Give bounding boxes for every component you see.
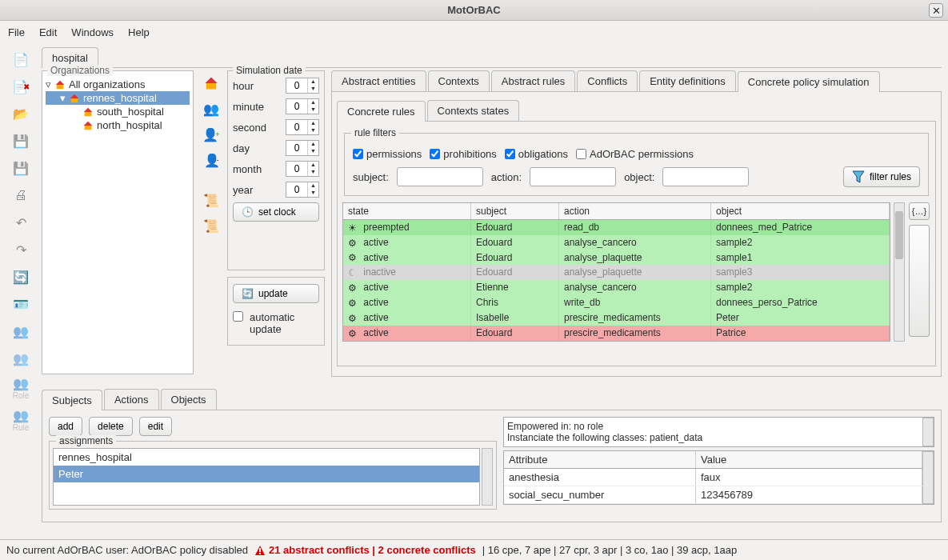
object-filter-input[interactable] — [662, 167, 749, 186]
col-subject[interactable]: subject — [471, 203, 559, 219]
hour-label: hour — [233, 80, 254, 92]
subject-filter-input[interactable] — [397, 167, 483, 186]
update-button[interactable]: 🔄update — [233, 284, 319, 303]
users-tool-icon[interactable]: 👥 — [202, 99, 221, 118]
rule-group-icon[interactable]: 👥Rule — [13, 408, 30, 432]
rules-query-button[interactable] — [909, 225, 930, 337]
undo-icon[interactable]: ↶ — [11, 213, 30, 232]
svg-marker-8 — [206, 78, 218, 84]
tree-item-south-hospital[interactable]: south_hospital — [46, 105, 190, 118]
open-folder-icon[interactable]: 📂 — [11, 104, 30, 123]
month-label: month — [233, 163, 262, 175]
menu-file[interactable]: File — [8, 26, 25, 38]
tree-root-all-organizations[interactable]: ▿ All organizations — [46, 78, 190, 91]
svg-rect-9 — [206, 83, 217, 90]
svg-marker-2 — [70, 94, 79, 98]
info-scrollbar[interactable] — [922, 418, 934, 446]
role-group-icon[interactable]: 👥Role — [13, 376, 30, 400]
error-file-icon[interactable]: 📄✖ — [11, 77, 30, 96]
menu-edit[interactable]: Edit — [39, 26, 57, 38]
table-row[interactable]: anesthesia faux — [504, 469, 922, 486]
tab-objects[interactable]: Objects — [161, 389, 217, 410]
month-spinner[interactable]: ▲▼ — [286, 161, 319, 177]
hour-spinner[interactable]: ▲▼ — [286, 78, 319, 94]
table-row[interactable]: ☾ inactiveEdouardanalyse_plaquettesample… — [343, 265, 890, 280]
bottom-panel: Subjects Actions Objects add delete edit… — [42, 389, 942, 525]
redo-icon[interactable]: ↷ — [11, 240, 30, 259]
menu-help[interactable]: Help — [128, 26, 150, 38]
list-item[interactable]: rennes_hospital — [54, 449, 479, 466]
print-icon[interactable]: 🖨 — [11, 186, 30, 205]
users-grey-icon[interactable]: 👥 — [11, 349, 30, 368]
assignments-scrollbar[interactable] — [482, 448, 493, 506]
tab-abstract-rules[interactable]: Abstract rules — [491, 70, 575, 91]
scroll-tool-1-icon[interactable]: 📜 — [202, 190, 221, 210]
window-close-button[interactable]: ✕ — [929, 3, 943, 18]
set-clock-button[interactable]: 🕒set clock — [233, 202, 319, 222]
delete-button[interactable]: delete — [89, 417, 133, 436]
col-attribute[interactable]: Attribute — [504, 451, 696, 468]
moon-icon: ☾ — [348, 267, 359, 278]
tab-concrete-rules[interactable]: Concrete rules — [337, 101, 426, 122]
add-button[interactable]: add — [49, 417, 82, 436]
col-state[interactable]: state — [343, 203, 471, 219]
users-icon[interactable]: 👥 — [11, 322, 30, 341]
tab-contexts-states[interactable]: Contexts states — [427, 100, 520, 121]
tab-subjects[interactable]: Subjects — [42, 390, 102, 410]
assignments-list[interactable]: rennes_hospital Peter — [53, 448, 480, 506]
tab-entity-definitions[interactable]: Entity definitions — [639, 70, 736, 91]
prohibitions-checkbox[interactable]: prohibitions — [430, 148, 497, 160]
house-icon — [82, 120, 94, 131]
permissions-checkbox[interactable]: permissions — [353, 148, 422, 160]
col-value[interactable]: Value — [696, 451, 922, 468]
scroll-tool-2-icon[interactable]: 📜 — [202, 216, 221, 235]
year-spinner[interactable]: ▲▼ — [286, 182, 319, 198]
minute-spinner[interactable]: ▲▼ — [286, 98, 319, 114]
house-tool-icon[interactable] — [202, 74, 221, 93]
simulation-date-panel: Simulation date hour▲▼ minute▲▼ second▲▼… — [227, 70, 325, 270]
table-row[interactable]: ☀ preemptedEdouardread_dbdonnees_med_Pat… — [343, 220, 890, 235]
tab-actions[interactable]: Actions — [104, 389, 159, 410]
save-as-icon[interactable]: 💾 — [11, 158, 30, 178]
day-spinner[interactable]: ▲▼ — [286, 140, 319, 156]
table-row[interactable]: ⚙ activeEdouardanalyse_cancerosample2 — [343, 235, 890, 250]
table-row[interactable]: ⚙ activeEtienneanalyse_cancerosample2 — [343, 280, 890, 295]
list-item[interactable]: Peter — [54, 466, 479, 482]
col-object[interactable]: object — [711, 203, 890, 219]
menu-windows[interactable]: Windows — [71, 26, 114, 38]
warning-icon — [254, 545, 266, 556]
action-filter-input[interactable] — [530, 167, 616, 186]
obligations-checkbox[interactable]: obligations — [505, 148, 568, 160]
tree-item-rennes-hospital[interactable]: ▾ rennes_hospital — [46, 91, 190, 105]
tab-abstract-entities[interactable]: Abstract entities — [331, 70, 426, 91]
refresh-icon[interactable]: 🔄 — [11, 267, 30, 286]
col-action[interactable]: action — [559, 203, 711, 219]
tab-conflicts[interactable]: Conflicts — [577, 70, 638, 91]
second-spinner[interactable]: ▲▼ — [286, 119, 319, 135]
tab-contexts[interactable]: Contexts — [428, 70, 490, 91]
filter-rules-button[interactable]: filter rules — [843, 166, 920, 187]
gear-icon: ⚙ — [348, 313, 359, 324]
user-add-tool-icon[interactable]: 👤+ — [202, 125, 221, 144]
table-row[interactable]: ⚙ activeEdouardanalyse_plaquettesample1 — [343, 250, 890, 266]
table-row[interactable]: ⚙ activeChriswrite_dbdonnees_perso_Patri… — [343, 295, 890, 310]
table-row[interactable]: ⚙ activeIsabelleprescire_medicamentsPete… — [343, 310, 890, 326]
table-row[interactable]: social_secu_number 123456789 — [504, 486, 922, 504]
table-row[interactable]: ⚙ activeEdouardprescire_medicamentsPatri… — [343, 326, 890, 341]
subject-filter-label: subject: — [353, 171, 389, 183]
year-label: year — [233, 184, 253, 196]
save-icon[interactable]: 💾 — [11, 131, 30, 150]
user-remove-tool-icon[interactable]: 👤- — [202, 150, 221, 170]
automatic-update-checkbox[interactable] — [233, 311, 243, 322]
vertical-toolbar: 📄 📄✖ 📂 💾 💾 🖨 ↶ ↷ 🔄 🪪 👥 👥 👥Role 👥Rule — [3, 43, 38, 432]
tree-item-north-hospital[interactable]: north_hospital — [46, 118, 190, 132]
adorbac-permissions-checkbox[interactable]: AdOrBAC permissions — [576, 148, 694, 160]
edit-button[interactable]: edit — [139, 417, 172, 436]
rules-details-button[interactable]: {…} — [909, 202, 930, 220]
house-icon — [82, 106, 94, 118]
rules-scrollbar[interactable] — [894, 202, 905, 342]
tab-concrete-policy-simulation[interactable]: Concrete policy simulation — [738, 71, 880, 92]
contact-card-icon[interactable]: 🪪 — [11, 294, 30, 314]
attr-scrollbar[interactable] — [922, 451, 934, 504]
new-file-icon[interactable]: 📄 — [11, 50, 30, 69]
